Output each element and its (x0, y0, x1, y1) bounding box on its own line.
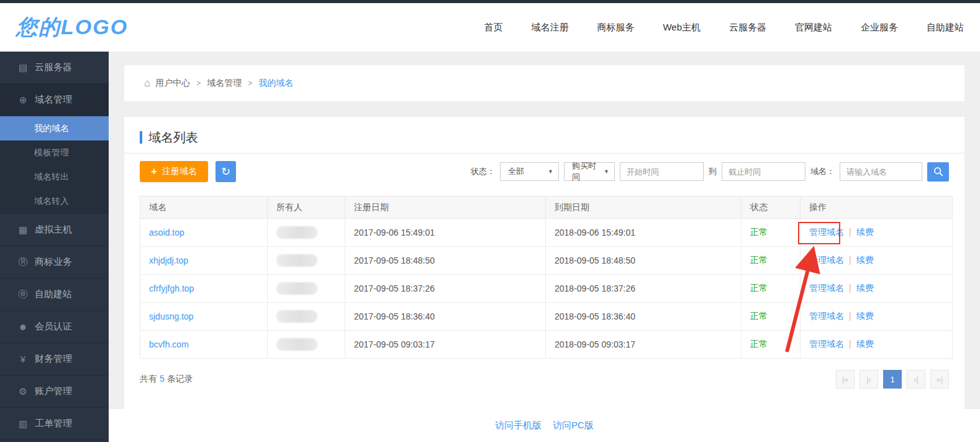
page-title: 域名列表 (140, 129, 949, 145)
globe-icon: ⊕ (17, 94, 29, 106)
pagination-first-button[interactable]: |« (836, 370, 855, 389)
submenu-item-template-management[interactable]: 模板管理 (0, 140, 109, 165)
domain-link[interactable]: sjdusng.top (149, 311, 194, 321)
sidebar-item-work-order[interactable]: ▥ 工单管理 (0, 408, 109, 440)
sidebar-item-account[interactable]: ⚙ 账户管理 (0, 375, 109, 408)
domain-link[interactable]: xhjdjdj.top (149, 256, 188, 265)
pagination-prev-button[interactable]: |‹ (860, 370, 878, 389)
action-separator: | (849, 311, 851, 321)
pagination-page-1[interactable]: 1 (883, 370, 902, 389)
nav-item-web-hosting[interactable]: Web主机 (663, 22, 701, 34)
domain-search-input[interactable] (840, 162, 922, 181)
pagination-last-button[interactable]: »| (930, 370, 949, 389)
domain-link[interactable]: asoid.top (149, 228, 184, 237)
nav-item-website-building[interactable]: 官网建站 (795, 22, 832, 34)
renew-link[interactable]: 续费 (856, 339, 874, 349)
title-accent-bar (140, 131, 142, 144)
status-select[interactable]: 全部 ▼ (500, 162, 559, 181)
to-label: 到 (709, 166, 717, 177)
submenu-item-domain-transfer-in[interactable]: 域名转入 (0, 189, 109, 213)
col-header-owner: 所有人 (268, 196, 345, 219)
action-separator: | (849, 283, 851, 293)
server-icon: ▤ (17, 62, 29, 73)
status-badge: 正常 (750, 311, 768, 321)
expire-date-cell: 2018-09-06 15:49:01 (546, 219, 742, 247)
sidebar-item-member-verification[interactable]: ☻ 会员认证 (0, 311, 109, 343)
col-header-expire-date: 到期日期 (546, 196, 742, 219)
breadcrumb: ⌂ 用户中心 > 域名管理 > 我的域名 (124, 65, 964, 101)
action-separator: | (849, 339, 851, 349)
breadcrumb-my-domains[interactable]: 我的域名 (258, 78, 293, 89)
sidebar-item-label: 财务管理 (35, 353, 72, 365)
nav-item-domain-register[interactable]: 域名注册 (531, 22, 568, 34)
action-separator: | (849, 227, 851, 237)
domain-link[interactable]: bcvfh.com (149, 339, 189, 349)
sidebar: ▤ 云服务器 ⊕ 域名管理 我的域名 模板管理 域名转出 域名转入 ▦ 虚拟主机… (0, 52, 109, 442)
table-row: asoid.top 2017-09-06 15:49:01 2018-09-06… (140, 219, 953, 247)
manage-domain-link[interactable]: 管理域名 (809, 227, 844, 237)
domain-link[interactable]: cfrfyjfgh.top (149, 283, 194, 293)
register-date-cell: 2017-09-05 18:48:50 (345, 247, 546, 275)
owner-redacted (276, 310, 317, 323)
sidebar-item-cloud-server[interactable]: ▤ 云服务器 (0, 52, 109, 84)
owner-redacted (276, 254, 317, 267)
register-domain-button[interactable]: + 注册域名 (140, 161, 208, 182)
table-header-row: 域名 所有人 注册日期 到期日期 状态 操作 (140, 196, 953, 219)
sidebar-item-domain-management[interactable]: ⊕ 域名管理 (0, 84, 109, 116)
gear-icon: ⚙ (17, 386, 29, 397)
nav-item-trademark-service[interactable]: 商标服务 (597, 22, 634, 34)
sidebar-item-virtual-host[interactable]: ▦ 虚拟主机 (0, 214, 109, 246)
table-row: bcvfh.com 2017-09-05 09:03:17 2018-09-05… (140, 331, 953, 359)
manage-domain-link[interactable]: 管理域名 (809, 255, 844, 265)
nav-item-enterprise-service[interactable]: 企业服务 (861, 22, 898, 34)
domain-table: 域名 所有人 注册日期 到期日期 状态 操作 asoid.top 2017-09… (140, 196, 953, 359)
owner-redacted (276, 282, 317, 295)
refresh-icon: ↻ (221, 165, 230, 178)
sidebar-item-trademark[interactable]: Ⓡ 商标业务 (0, 246, 109, 279)
status-badge: 正常 (750, 227, 768, 237)
breadcrumb-domain-management[interactable]: 域名管理 (207, 78, 242, 89)
ticket-icon: ▥ (17, 418, 29, 430)
nav-item-home[interactable]: 首页 (484, 22, 502, 34)
sidebar-item-label: 会员认证 (35, 321, 72, 333)
domain-submenu: 我的域名 模板管理 域名转出 域名转入 (0, 116, 109, 214)
renew-link[interactable]: 续费 (856, 227, 874, 237)
col-header-domain: 域名 (140, 196, 268, 219)
chevron-down-icon: ▼ (548, 168, 553, 175)
refresh-button[interactable]: ↻ (216, 161, 236, 182)
top-nav: 首页 域名注册 商标服务 Web主机 云服务器 官网建站 企业服务 自助建站 (484, 22, 964, 34)
renew-link[interactable]: 续费 (856, 283, 874, 293)
search-button[interactable] (927, 162, 949, 182)
chevron-down-icon: ▼ (604, 168, 609, 175)
mobile-version-link[interactable]: 访问手机版 (495, 420, 542, 431)
table-row: xhjdjdj.top 2017-09-05 18:48:50 2018-09-… (140, 247, 953, 275)
breadcrumb-separator: > (248, 79, 252, 88)
manage-domain-link[interactable]: 管理域名 (809, 311, 844, 321)
pc-version-link[interactable]: 访问PC版 (553, 420, 594, 431)
register-date-cell: 2017-09-05 18:37:26 (345, 275, 546, 303)
time-type-select[interactable]: 购买时间 ▼ (564, 162, 615, 181)
nav-item-cloud-server[interactable]: 云服务器 (729, 22, 766, 34)
col-header-actions: 操作 (801, 196, 953, 219)
renew-link[interactable]: 续费 (856, 311, 874, 321)
pagination-next-button[interactable]: ›| (907, 370, 925, 389)
pagination: |« |‹ 1 ›| »| (836, 370, 949, 389)
submenu-item-my-domains[interactable]: 我的域名 (0, 116, 109, 140)
action-separator: | (849, 255, 851, 265)
status-filter-label: 状态： (471, 166, 495, 177)
nav-item-self-site[interactable]: 自助建站 (927, 22, 964, 34)
col-header-status: 状态 (742, 196, 801, 219)
manage-domain-link[interactable]: 管理域名 (809, 339, 844, 349)
end-date-input[interactable] (722, 162, 805, 181)
start-date-input[interactable] (620, 162, 704, 181)
renew-link[interactable]: 续费 (856, 255, 874, 265)
expire-date-cell: 2018-09-05 09:03:17 (546, 331, 742, 359)
sidebar-item-finance[interactable]: ¥ 财务管理 (0, 343, 109, 375)
search-icon (933, 166, 944, 177)
filter-bar: 状态： 全部 ▼ 购买时间 ▼ 到 域名： (471, 162, 949, 182)
manage-domain-link[interactable]: 管理域名 (809, 283, 844, 293)
submenu-item-domain-transfer-out[interactable]: 域名转出 (0, 165, 109, 189)
e-circle-icon: ⓔ (17, 288, 29, 300)
breadcrumb-user-center[interactable]: 用户中心 (155, 78, 190, 89)
sidebar-item-self-site[interactable]: ⓔ 自助建站 (0, 279, 109, 311)
